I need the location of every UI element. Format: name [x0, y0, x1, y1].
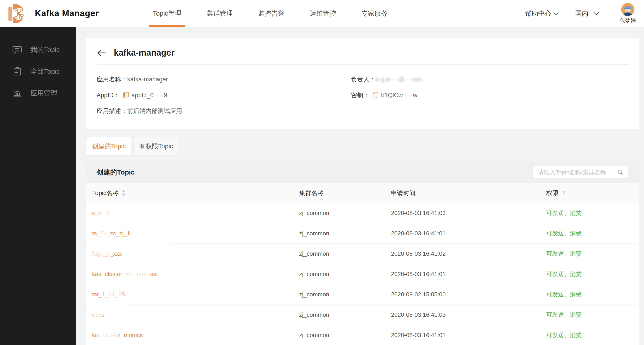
tab-authorized-topic[interactable]: 有权限Topic [134, 137, 179, 156]
column-label: 申请时间 [391, 189, 416, 197]
nav-tab-label: 监控告警 [258, 9, 284, 18]
region-select[interactable]: 国内 [575, 9, 599, 18]
field-value-masked: b·g.w····@····om··· [376, 76, 428, 83]
app-title: Kafka Manager [35, 8, 99, 18]
column-label: 集群名称 [299, 189, 324, 197]
created-topic-section: 创建的Topic Topic名称 集群名称 申请时间 [86, 161, 639, 345]
topic-link[interactable]: fagu_y_xxx [92, 250, 299, 257]
copy-icon[interactable] [372, 92, 379, 99]
section-title: 创建的Topic [96, 168, 135, 177]
apply-time-cell: 2020-09-02 15:05:00 [391, 291, 546, 298]
search-input[interactable] [538, 169, 617, 176]
search-icon[interactable] [617, 169, 624, 176]
sidebar: 我的Topic 全部Topic 应用管理 [0, 27, 76, 345]
column-permission: 权限 [546, 189, 639, 197]
table-row: fagu_y_xxx zj_common 2020-08-03 16:41:02… [86, 244, 639, 264]
copy-icon[interactable] [122, 92, 129, 99]
nav-tab[interactable]: 运维管控 [310, 0, 336, 27]
sidebar-item-label: 我的Topic [30, 45, 60, 54]
apply-time-cell: 2020-08-03 16:41:01 [391, 271, 546, 278]
permission-cell: 可发送、消费 [546, 291, 639, 299]
main-nav: Topic管理 集群管理 监控告警 运维管控 专家服务 [153, 0, 388, 27]
app-info-card: kafka-manager 应用名称： kafka-manager AppID： [86, 38, 639, 129]
field-appid: AppID： appId_0·····9 [96, 87, 351, 103]
cluster-cell: zj_common [299, 210, 391, 217]
page-title: kafka-manager [114, 48, 174, 58]
field-app-name: 应用名称： kafka-manager [96, 71, 351, 87]
divider [96, 64, 628, 65]
sidebar-item-app-manage[interactable]: 应用管理 [0, 82, 76, 104]
nav-tab[interactable]: 专家服务 [361, 0, 388, 27]
topic-link[interactable]: ta_24_zc_zj_1 [92, 230, 299, 237]
nav-tab[interactable]: Topic管理 [153, 0, 181, 27]
sidebar-item-my-topic[interactable]: 我的Topic [0, 39, 76, 61]
field-value: b1QlCw·····w [381, 92, 418, 99]
table-row: tat_1_21_28 zj_common 2020-09-02 15:05:0… [86, 284, 639, 305]
column-label: 权限 [546, 189, 558, 197]
permission-cell: 可发送、消费 [546, 331, 639, 339]
field-value: appId_0·····9 [132, 92, 167, 99]
secret-suffix: w [413, 92, 418, 99]
table-body: c.di._3 zj_common 2020-08-03 16:41:03 可发… [86, 203, 639, 345]
field-value: kafka-manager [127, 76, 168, 83]
tab-created-topic[interactable]: 创建的Topic [86, 137, 132, 156]
table-row: km_cluster_metrics zj_common 2020-08-03 … [86, 325, 639, 345]
back-button[interactable] [96, 49, 106, 57]
permission-cell: 可发送、消费 [546, 209, 639, 217]
cluster-cell: zj_common [299, 291, 391, 298]
main-content: kafka-manager 应用名称： kafka-manager AppID： [86, 27, 639, 345]
user-name: 包梦婷 [620, 17, 636, 24]
nav-tab-label: 专家服务 [361, 9, 388, 18]
cluster-cell: zj_common [299, 311, 391, 318]
top-header: Kafka Manager Topic管理 集群管理 监控告警 运维管控 专家服… [0, 0, 644, 27]
topic-link[interactable]: c15s [92, 311, 299, 318]
sidebar-item-all-topic[interactable]: 全部Topic [0, 61, 76, 82]
sidebar-item-label: 应用管理 [30, 89, 58, 98]
field-label: 负责人： [351, 75, 376, 83]
appid-suffix: 9 [164, 92, 167, 99]
apply-time-cell: 2020-08-03 16:41:02 [391, 250, 546, 257]
header-right: 帮助中心 国内 包梦婷 [525, 3, 636, 24]
permission-cell: 可发送、消费 [546, 270, 639, 278]
table-row: ta_24_zc_zj_1 zj_common 2020-08-03 16:41… [86, 223, 639, 244]
topic-link[interactable]: tat_1_21_28 [92, 291, 299, 298]
kafka-manager-logo-icon [7, 2, 30, 25]
chevron-down-icon [553, 11, 559, 15]
field-label: 密钥： [351, 91, 369, 99]
table-row: kaa_cluster_me_nfo_test zj_common 2020-0… [86, 264, 639, 284]
nav-tab[interactable]: 监控告警 [258, 0, 284, 27]
help-center-menu[interactable]: 帮助中心 [525, 9, 559, 18]
permission-cell: 可发送、消费 [546, 311, 639, 319]
apply-time-cell: 2020-08-03 16:41:01 [391, 332, 546, 339]
column-topic-name: Topic名称 [92, 189, 299, 197]
permission-cell: 可发送、消费 [546, 250, 639, 258]
secret-masked: ····· [403, 92, 413, 99]
filter-funnel-icon[interactable] [562, 190, 566, 196]
permission-cell: 可发送、消费 [546, 230, 639, 237]
nav-tab[interactable]: 集群管理 [206, 0, 233, 27]
appid-masked: ····· [154, 92, 164, 99]
cluster-cell: zj_common [299, 271, 391, 278]
chevron-down-icon [593, 11, 599, 15]
topic-link[interactable]: km_cluster_metrics [92, 332, 299, 339]
topic-link[interactable]: kaa_cluster_me_nfo_test [92, 271, 299, 278]
nav-tab-label: 运维管控 [310, 9, 336, 18]
user-menu[interactable]: 包梦婷 [620, 3, 636, 24]
sort-icon[interactable] [122, 190, 125, 196]
topic-link[interactable]: c.di._3 [92, 210, 299, 217]
tab-label: 有权限Topic [139, 142, 173, 151]
search-box [533, 166, 628, 178]
cluster-cell: zj_common [299, 250, 391, 257]
table-row: c15s zj_common 2020-08-03 16:41:03 可发送、消… [86, 305, 639, 325]
field-label: AppID： [96, 91, 120, 99]
nav-tab-label: Topic管理 [153, 9, 181, 18]
table-header-row: Topic名称 集群名称 申请时间 权限 [86, 183, 639, 203]
siren-icon [12, 88, 22, 98]
field-label: 应用描述： [96, 107, 127, 115]
comment-icon [12, 45, 22, 55]
help-center-label: 帮助中心 [525, 9, 551, 18]
secret-prefix: b1QlCw [381, 92, 403, 99]
cluster-cell: zj_common [299, 230, 391, 237]
apply-time-cell: 2020-08-03 16:41:03 [391, 210, 546, 217]
region-label: 国内 [575, 9, 588, 18]
